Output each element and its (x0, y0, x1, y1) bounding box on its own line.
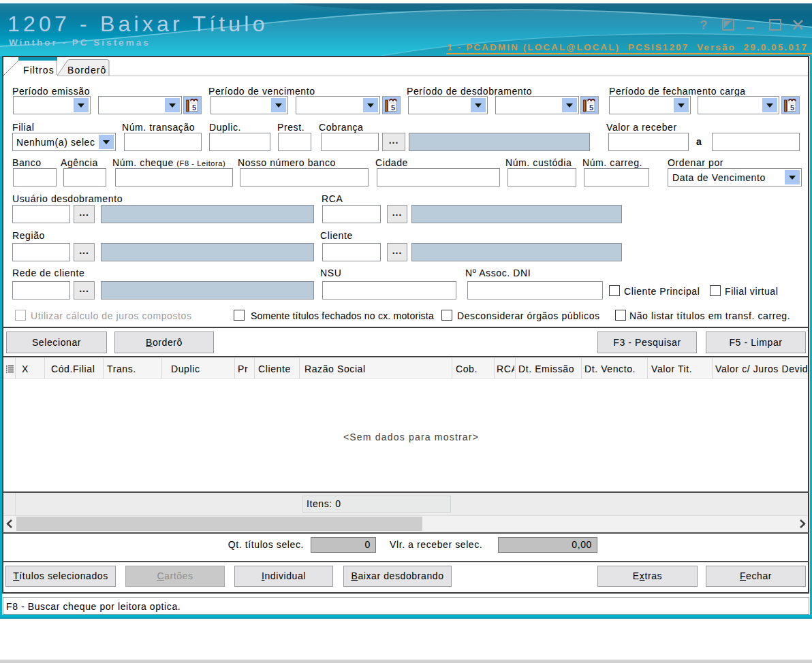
svg-text:5: 5 (192, 103, 197, 112)
svg-text:5: 5 (391, 103, 396, 112)
svg-text:5: 5 (589, 103, 594, 112)
svg-text:5: 5 (790, 103, 795, 112)
